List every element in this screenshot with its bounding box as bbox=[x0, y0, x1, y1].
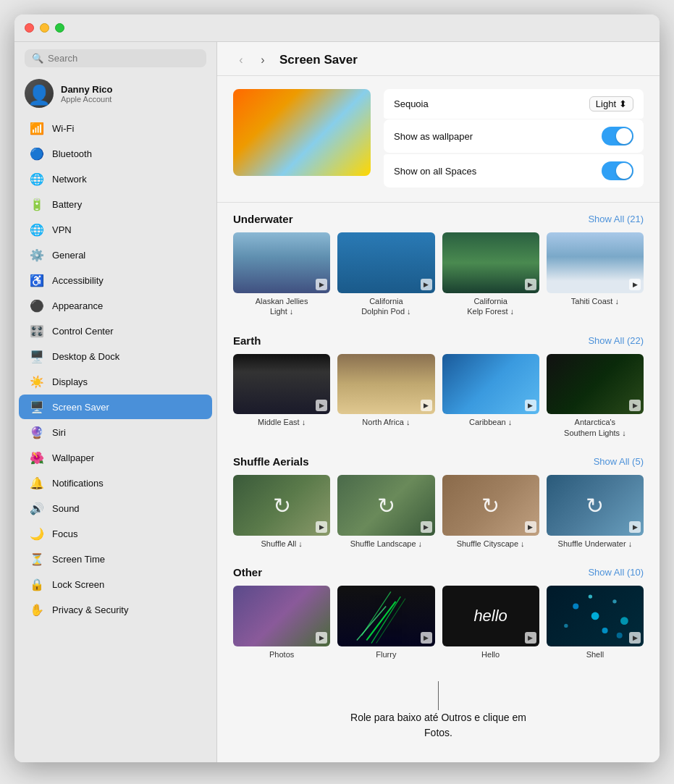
sidebar-label-desktop-dock: Desktop & Dock bbox=[52, 351, 119, 362]
other-show-all[interactable]: Show All (10) bbox=[588, 567, 644, 578]
toggle-knob-2 bbox=[616, 163, 632, 179]
sidebar-label-lock-screen: Lock Screen bbox=[52, 579, 104, 590]
show-on-all-spaces-toggle[interactable] bbox=[602, 161, 633, 180]
sidebar-item-vpn[interactable]: 🌐VPN bbox=[19, 217, 212, 242]
forward-button[interactable]: › bbox=[255, 52, 271, 68]
back-button[interactable]: ‹ bbox=[233, 52, 249, 68]
show-as-wallpaper-row: Show as wallpaper bbox=[384, 119, 644, 153]
thumb-shuffle-cityscape[interactable]: ↻ ▶ Shuffle Cityscape ↓ bbox=[442, 475, 539, 549]
thumb-img-shell: ▶ bbox=[547, 586, 644, 646]
sidebar-item-lock-screen[interactable]: 🔒Lock Screen bbox=[19, 572, 212, 597]
play-badge-shuffle-land: ▶ bbox=[421, 521, 432, 533]
other-title: Other bbox=[233, 566, 262, 578]
sidebar: 🔍 👤 Danny Rico Apple Account 📶Wi-Fi🔵Blue… bbox=[14, 42, 217, 762]
sidebar-item-siri[interactable]: 🔮Siri bbox=[19, 420, 212, 444]
play-badge-nafrica: ▶ bbox=[421, 400, 432, 411]
earth-grid: ▶ Middle East ↓ ▶ North Africa ↓ ▶ bbox=[233, 354, 644, 439]
thumb-photos[interactable]: ▶ Photos bbox=[233, 586, 330, 659]
shuffle-title: Shuffle Aerials bbox=[233, 455, 308, 468]
thumb-caribbean[interactable]: ▶ Caribbean ↓ bbox=[442, 354, 539, 439]
thumb-shuffle-landscape[interactable]: ↻ ▶ Shuffle Landscape ↓ bbox=[337, 475, 434, 549]
avatar-image: 👤 bbox=[28, 85, 51, 104]
play-badge-kelp: ▶ bbox=[525, 279, 536, 290]
sidebar-item-battery[interactable]: 🔋Battery bbox=[19, 192, 212, 216]
sidebar-item-wallpaper[interactable]: 🌺Wallpaper bbox=[19, 445, 212, 470]
other-header: Other Show All (10) bbox=[233, 566, 644, 578]
shuffle-show-all[interactable]: Show All (5) bbox=[594, 456, 644, 467]
search-bar[interactable]: 🔍 bbox=[25, 49, 206, 67]
sidebar-label-bluetooth: Bluetooth bbox=[52, 148, 92, 159]
thumb-label-kelp: CaliforniaKelp Forest ↓ bbox=[442, 296, 539, 317]
svg-point-7 bbox=[612, 599, 616, 603]
underwater-grid: ▶ Alaskan JelliesLight ↓ ▶ CaliforniaDol… bbox=[233, 232, 644, 317]
wifi-icon: 📶 bbox=[29, 120, 45, 136]
minimize-button[interactable] bbox=[40, 23, 49, 33]
thumb-antarctica[interactable]: ▶ Antarctica'sSouthern Lights ↓ bbox=[547, 354, 644, 439]
focus-icon: 🌙 bbox=[29, 526, 45, 541]
close-button[interactable] bbox=[25, 23, 34, 33]
settings-window: 🔍 👤 Danny Rico Apple Account 📶Wi-Fi🔵Blue… bbox=[14, 14, 660, 762]
search-input[interactable] bbox=[48, 53, 199, 64]
vpn-icon: 🌐 bbox=[29, 222, 45, 237]
sidebar-item-accessibility[interactable]: ♿Accessibility bbox=[19, 268, 212, 292]
screensaver-name-label: Sequoia bbox=[394, 98, 429, 109]
thumb-label-shell: Shell bbox=[547, 649, 644, 659]
sidebar-label-displays: Displays bbox=[52, 376, 88, 387]
thumb-middle-east[interactable]: ▶ Middle East ↓ bbox=[233, 354, 330, 439]
preview-thumbnail bbox=[233, 89, 371, 176]
earth-show-all[interactable]: Show All (22) bbox=[588, 335, 644, 346]
preview-section: Sequoia Light ⬍ Show as wallpaper Sho bbox=[217, 76, 660, 203]
screen-saver-icon: 🖥️ bbox=[29, 399, 45, 415]
svg-point-6 bbox=[573, 604, 578, 610]
desktop-dock-icon: 🖥️ bbox=[29, 348, 45, 364]
sidebar-item-screen-time[interactable]: ⏳Screen Time bbox=[19, 547, 212, 571]
show-as-wallpaper-toggle[interactable] bbox=[602, 127, 633, 146]
sidebar-item-sound[interactable]: 🔊Sound bbox=[19, 496, 212, 520]
style-chevron: ⬍ bbox=[619, 98, 627, 109]
thumb-hello[interactable]: hello ▶ Hello bbox=[442, 586, 539, 659]
sidebar-item-focus[interactable]: 🌙Focus bbox=[19, 521, 212, 546]
control-center-icon: 🎛️ bbox=[29, 323, 45, 339]
sidebar-label-general: General bbox=[52, 250, 85, 261]
sidebar-label-network: Network bbox=[52, 174, 87, 185]
thumb-tahiti-coast[interactable]: ▶ Tahiti Coast ↓ bbox=[547, 232, 644, 317]
sidebar-item-control-center[interactable]: 🎛️Control Center bbox=[19, 319, 212, 343]
shuffle-icon-all: ↻ bbox=[273, 492, 291, 518]
thumb-dolphin-pod[interactable]: ▶ CaliforniaDolphin Pod ↓ bbox=[337, 232, 434, 317]
thumb-label-nafrica: North Africa ↓ bbox=[337, 417, 434, 427]
underwater-show-all[interactable]: Show All (21) bbox=[588, 214, 644, 224]
sidebar-item-displays[interactable]: ☀️Displays bbox=[19, 369, 212, 394]
sidebar-label-appearance: Appearance bbox=[52, 300, 103, 311]
thumb-label-shuffle-all: Shuffle All ↓ bbox=[233, 539, 330, 549]
screen-time-icon: ⏳ bbox=[29, 551, 45, 567]
sidebar-item-network[interactable]: 🌐Network bbox=[19, 167, 212, 191]
thumb-shell[interactable]: ▶ Shell bbox=[547, 586, 644, 659]
play-badge-carib: ▶ bbox=[525, 400, 536, 411]
thumb-img-shuffle-land: ↻ ▶ bbox=[337, 475, 434, 536]
maximize-button[interactable] bbox=[55, 23, 64, 33]
sidebar-item-wifi[interactable]: 📶Wi-Fi bbox=[19, 116, 212, 140]
sidebar-item-appearance[interactable]: ⚫Appearance bbox=[19, 293, 212, 318]
sidebar-item-bluetooth[interactable]: 🔵Bluetooth bbox=[19, 141, 212, 166]
sidebar-item-privacy-security[interactable]: ✋Privacy & Security bbox=[19, 597, 212, 622]
privacy-security-icon: ✋ bbox=[29, 602, 45, 617]
sidebar-item-screen-saver[interactable]: 🖥️Screen Saver bbox=[19, 395, 212, 419]
window-chrome bbox=[14, 14, 660, 42]
wallpaper-icon: 🌺 bbox=[29, 450, 45, 465]
thumb-kelp-forest[interactable]: ▶ CaliforniaKelp Forest ↓ bbox=[442, 232, 539, 317]
thumb-shuffle-all[interactable]: ↻ ▶ Shuffle All ↓ bbox=[233, 475, 330, 549]
thumb-img-mideast: ▶ bbox=[233, 354, 330, 415]
svg-line-1 bbox=[371, 597, 400, 643]
shuffle-icon-under: ↻ bbox=[586, 492, 604, 518]
style-selector[interactable]: Light ⬍ bbox=[589, 96, 633, 111]
sidebar-item-notifications[interactable]: 🔔Notifications bbox=[19, 471, 212, 495]
user-profile[interactable]: 👤 Danny Rico Apple Account bbox=[14, 72, 216, 115]
thumb-north-africa[interactable]: ▶ North Africa ↓ bbox=[337, 354, 434, 439]
thumb-img-shuffle-all: ↻ ▶ bbox=[233, 475, 330, 536]
thumb-flurry[interactable]: ▶ Flurry bbox=[337, 586, 434, 659]
sidebar-item-desktop-dock[interactable]: 🖥️Desktop & Dock bbox=[19, 344, 212, 368]
sidebar-item-general[interactable]: ⚙️General bbox=[19, 243, 212, 267]
thumb-alaskan-jellies[interactable]: ▶ Alaskan JelliesLight ↓ bbox=[233, 232, 330, 317]
thumb-shuffle-underwater[interactable]: ↻ ▶ Shuffle Underwater ↓ bbox=[547, 475, 644, 549]
sidebar-label-vpn: VPN bbox=[52, 224, 72, 235]
